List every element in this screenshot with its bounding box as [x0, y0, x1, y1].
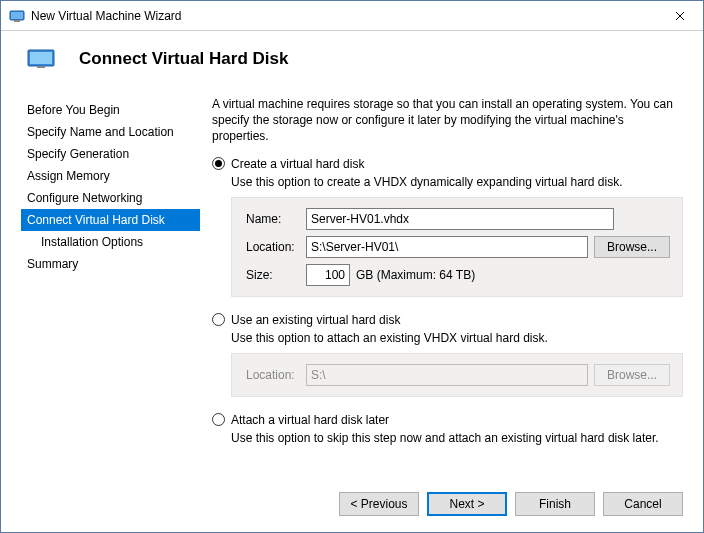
name-input[interactable] — [306, 208, 614, 230]
size-unit: GB (Maximum: 64 TB) — [356, 268, 475, 282]
content-pane: A virtual machine requires storage so th… — [200, 93, 683, 478]
radio-icon — [212, 413, 225, 426]
radio-icon — [212, 157, 225, 170]
option-later-desc: Use this option to skip this step now an… — [231, 431, 683, 445]
option-create-vhd: Create a virtual hard disk Use this opti… — [212, 157, 683, 297]
app-icon — [9, 8, 25, 24]
wizard-window: New Virtual Machine Wizard Connect Virtu… — [0, 0, 704, 533]
wizard-body: Before You Begin Specify Name and Locati… — [1, 93, 703, 478]
previous-button[interactable]: < Previous — [339, 492, 419, 516]
svg-rect-1 — [11, 12, 23, 19]
svg-rect-2 — [14, 20, 20, 22]
existing-form-box: Location: Browse... — [231, 353, 683, 397]
radio-attach-later[interactable]: Attach a virtual hard disk later — [212, 413, 683, 427]
next-button[interactable]: Next > — [427, 492, 507, 516]
step-before-you-begin[interactable]: Before You Begin — [21, 99, 200, 121]
location-label: Location: — [246, 240, 306, 254]
wizard-footer: < Previous Next > Finish Cancel — [1, 478, 703, 532]
radio-create-vhd[interactable]: Create a virtual hard disk — [212, 157, 683, 171]
titlebar: New Virtual Machine Wizard — [1, 1, 703, 31]
location-input[interactable] — [306, 236, 588, 258]
radio-existing-vhd[interactable]: Use an existing virtual hard disk — [212, 313, 683, 327]
size-input[interactable] — [306, 264, 350, 286]
page-header: Connect Virtual Hard Disk — [1, 31, 703, 93]
step-connect-vhd[interactable]: Connect Virtual Hard Disk — [21, 209, 200, 231]
option-create-desc: Use this option to create a VHDX dynamic… — [231, 175, 683, 189]
finish-button[interactable]: Finish — [515, 492, 595, 516]
step-configure-networking[interactable]: Configure Networking — [21, 187, 200, 209]
radio-label: Create a virtual hard disk — [231, 157, 364, 171]
svg-rect-5 — [37, 66, 45, 68]
option-existing-vhd: Use an existing virtual hard disk Use th… — [212, 313, 683, 397]
step-sidebar: Before You Begin Specify Name and Locati… — [21, 93, 200, 478]
intro-text: A virtual machine requires storage so th… — [212, 96, 683, 145]
close-button[interactable] — [657, 1, 703, 31]
step-assign-memory[interactable]: Assign Memory — [21, 165, 200, 187]
window-title: New Virtual Machine Wizard — [31, 9, 657, 23]
cancel-button[interactable]: Cancel — [603, 492, 683, 516]
create-form-box: Name: Location: Browse... Size: GB (Maxi… — [231, 197, 683, 297]
existing-location-label: Location: — [246, 368, 306, 382]
radio-label: Attach a virtual hard disk later — [231, 413, 389, 427]
radio-label: Use an existing virtual hard disk — [231, 313, 400, 327]
option-existing-desc: Use this option to attach an existing VH… — [231, 331, 683, 345]
step-specify-generation[interactable]: Specify Generation — [21, 143, 200, 165]
browse-button[interactable]: Browse... — [594, 236, 670, 258]
wizard-icon — [27, 49, 55, 69]
radio-icon — [212, 313, 225, 326]
existing-location-input — [306, 364, 588, 386]
svg-rect-4 — [30, 52, 52, 64]
step-summary[interactable]: Summary — [21, 253, 200, 275]
step-specify-name[interactable]: Specify Name and Location — [21, 121, 200, 143]
page-title: Connect Virtual Hard Disk — [79, 49, 288, 69]
existing-browse-button: Browse... — [594, 364, 670, 386]
name-label: Name: — [246, 212, 306, 226]
size-label: Size: — [246, 268, 306, 282]
step-installation-options[interactable]: Installation Options — [21, 231, 200, 253]
option-attach-later: Attach a virtual hard disk later Use thi… — [212, 413, 683, 445]
